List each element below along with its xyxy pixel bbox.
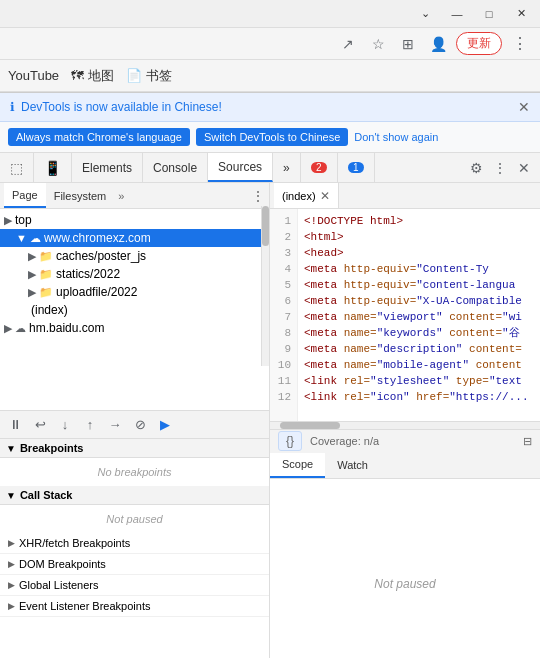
cloud-icon: ▼ ☁ <box>16 232 41 245</box>
step-into-btn[interactable]: ↓ <box>54 414 76 436</box>
global-section-item[interactable]: ▶ Global Listeners <box>0 575 269 596</box>
tree-item-uploadfile[interactable]: ▶ 📁 uploadfile/2022 <box>0 283 269 301</box>
step-out-btn[interactable]: ↑ <box>79 414 101 436</box>
resume-btn[interactable]: ▶ <box>154 414 176 436</box>
dom-section-item[interactable]: ▶ DOM Breakpoints <box>0 554 269 575</box>
minimize-btn[interactable]: — <box>442 3 472 25</box>
tree-item-caches[interactable]: ▶ 📁 caches/poster_js <box>0 247 269 265</box>
notification-close-btn[interactable]: ✕ <box>518 99 530 115</box>
tab-elements[interactable]: Elements <box>72 153 143 182</box>
toolbar-right-controls: ⚙ ⋮ ✕ <box>466 158 540 178</box>
xhr-section-item[interactable]: ▶ XHR/fetch Breakpoints <box>0 533 269 554</box>
maps-icon: 🗺 <box>71 68 84 83</box>
code-line-9: <meta name="description" content= <box>304 341 534 357</box>
tree-item-chromexz[interactable]: ▼ ☁ www.chromexz.com <box>0 229 269 247</box>
maximize-btn[interactable]: □ <box>474 3 504 25</box>
tree-item-index[interactable]: (index) <box>0 301 269 319</box>
error-count-badge: 2 <box>311 162 327 173</box>
message-count-badge: 1 <box>348 162 364 173</box>
page-tab[interactable]: Page <box>4 183 46 208</box>
error-badge: 2 <box>301 153 338 182</box>
step-over-btn[interactable]: ↩ <box>29 414 51 436</box>
bookmarks-tab[interactable]: 📄 书签 <box>126 67 172 85</box>
chevron-down-btn[interactable]: ⌄ <box>410 3 440 25</box>
profile-icon-btn[interactable]: 👤 <box>426 32 450 56</box>
tree-item-baidu[interactable]: ▶ ☁ hm.baidu.com <box>0 319 269 337</box>
tree-label: (index) <box>31 303 68 317</box>
scope-tab[interactable]: Scope <box>270 453 325 478</box>
debug-sections: ▼ Breakpoints No breakpoints ▼ Call Stac… <box>0 439 269 658</box>
code-line-8: <meta name="keywords" content="谷 <box>304 325 534 341</box>
tree-item-top[interactable]: ▶ top <box>0 211 269 229</box>
global-arrow-icon: ▶ <box>8 580 15 590</box>
folder-arrow-icon: ▶ 📁 <box>28 268 53 281</box>
cloud-arrow-icon: ▶ ☁ <box>4 322 26 335</box>
scope-content-area: Not paused <box>270 479 540 659</box>
tree-item-statics[interactable]: ▶ 📁 statics/2022 <box>0 265 269 283</box>
callstack-section-header[interactable]: ▼ Call Stack <box>0 486 269 505</box>
title-bar-controls: ⌄ — □ ✕ <box>410 3 536 25</box>
maps-tab[interactable]: 🗺 地图 <box>71 67 114 85</box>
dom-label: DOM Breakpoints <box>19 558 106 570</box>
deactivate-btn[interactable]: ⊘ <box>129 414 151 436</box>
step-btn[interactable]: → <box>104 414 126 436</box>
code-tab-bar: (index) ✕ <box>270 183 540 209</box>
left-panel-tabs: Page Filesystem » ⋮ <box>0 183 269 209</box>
update-button[interactable]: 更新 <box>456 32 502 55</box>
coverage-text: Coverage: n/a <box>310 435 379 447</box>
more-left-tabs-btn[interactable]: » <box>114 190 128 202</box>
devtools-panel: ℹ DevTools is now available in Chinese! … <box>0 92 540 658</box>
collapse-icon-btn[interactable]: ⊟ <box>523 435 532 448</box>
tab-console[interactable]: Console <box>143 153 208 182</box>
more-options-btn[interactable]: ⋮ <box>490 158 510 178</box>
xhr-arrow-icon: ▶ <box>8 538 15 548</box>
settings-icon-btn[interactable]: ⚙ <box>466 158 486 178</box>
breakpoints-section-header[interactable]: ▼ Breakpoints <box>0 439 269 458</box>
folder-arrow-icon: ▶ 📁 <box>28 250 53 263</box>
h-scrollbar[interactable] <box>270 421 540 429</box>
tab-sources[interactable]: Sources <box>208 153 273 182</box>
index-code-tab[interactable]: (index) ✕ <box>274 183 339 208</box>
always-match-language-btn[interactable]: Always match Chrome's language <box>8 128 190 146</box>
browser-tab-bar: YouTube 🗺 地图 📄 书签 <box>0 60 540 92</box>
event-section-item[interactable]: ▶ Event Listener Breakpoints <box>0 596 269 617</box>
h-scrollbar-thumb[interactable] <box>280 422 340 429</box>
devtools-close-btn[interactable]: ✕ <box>514 158 534 178</box>
notification-banner: ℹ DevTools is now available in Chinese! … <box>0 93 540 122</box>
filesystem-tab[interactable]: Filesystem <box>46 183 115 208</box>
left-panel-options-btn[interactable]: ⋮ <box>251 188 269 204</box>
browser-menu-btn[interactable]: ⋮ <box>508 32 532 56</box>
xhr-label: XHR/fetch Breakpoints <box>19 537 130 549</box>
callstack-arrow-icon: ▼ <box>6 490 16 501</box>
dont-show-again-btn[interactable]: Don't show again <box>354 131 438 143</box>
scope-watch-tabs: Scope Watch <box>270 453 540 479</box>
close-btn[interactable]: ✕ <box>506 3 536 25</box>
device-mode-btn[interactable]: 📱 <box>34 153 72 182</box>
debug-toolbar: ⏸ ↩ ↓ ↑ → ⊘ ▶ <box>0 411 269 439</box>
share-icon-btn[interactable]: ↗ <box>336 32 360 56</box>
breakpoints-content: No breakpoints <box>0 458 269 486</box>
code-line-1: <!DOCTYPE html> <box>304 213 534 229</box>
line-numbers: 1 2 3 4 5 6 7 8 9 10 11 12 <box>270 209 298 421</box>
pretty-print-btn[interactable]: {} <box>278 431 302 451</box>
youtube-tab[interactable]: YouTube <box>8 68 59 83</box>
tab-more[interactable]: » <box>273 153 301 182</box>
code-line-11: <link rel="stylesheet" type="text <box>304 373 534 389</box>
tree-label: hm.baidu.com <box>29 321 104 335</box>
sources-label: Sources <box>218 160 262 174</box>
right-panel-footer: {} Coverage: n/a ⊟ <box>270 429 540 453</box>
browser-toolbar: ↗ ☆ ⊞ 👤 更新 ⋮ <box>0 28 540 60</box>
callstack-label: Call Stack <box>20 489 73 501</box>
code-line-3: <head> <box>304 245 534 261</box>
switch-to-chinese-btn[interactable]: Switch DevTools to Chinese <box>196 128 348 146</box>
inspect-element-btn[interactable]: ⬚ <box>0 153 34 182</box>
console-label: Console <box>153 161 197 175</box>
global-label: Global Listeners <box>19 579 99 591</box>
star-icon-btn[interactable]: ☆ <box>366 32 390 56</box>
watch-tab[interactable]: Watch <box>325 453 380 478</box>
code-tab-close-btn[interactable]: ✕ <box>320 189 330 203</box>
code-line-6: <meta http-equiv="X-UA-Compatible <box>304 293 534 309</box>
devtools-icon-btn[interactable]: ⊞ <box>396 32 420 56</box>
message-badge: 1 <box>338 153 375 182</box>
pause-btn[interactable]: ⏸ <box>4 414 26 436</box>
